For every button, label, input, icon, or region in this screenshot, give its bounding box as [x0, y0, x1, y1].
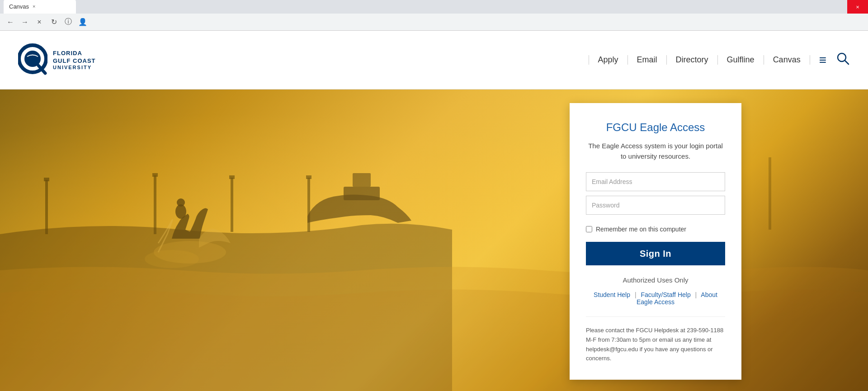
close-nav-button[interactable]: ×	[34, 17, 44, 27]
address-bar-row: ← → × ↻ ⓘ 👤	[0, 14, 868, 31]
svg-rect-5	[45, 180, 48, 234]
contact-text: Please contact the FGCU Helpdesk at 239-…	[586, 316, 725, 363]
nav-links: Apply Email Directory Gulfline Canvas	[589, 55, 810, 65]
forward-button[interactable]: →	[20, 17, 30, 27]
tab-close-button[interactable]: ×	[33, 4, 35, 9]
remember-checkbox[interactable]	[586, 226, 592, 232]
svg-rect-8	[152, 173, 158, 177]
info-button[interactable]: ⓘ	[63, 17, 73, 27]
help-links: Student Help | Faculty/Staff Help | Abou…	[586, 291, 725, 306]
search-icon[interactable]	[835, 51, 850, 69]
profile-button[interactable]: 👤	[78, 17, 88, 27]
nav-icons: ≡	[819, 51, 850, 69]
svg-rect-9	[231, 178, 233, 232]
page: FLORIDA GULF COAST UNIVERSITY Apply Emai…	[0, 31, 868, 391]
tab-title: Canvas	[9, 3, 29, 10]
svg-rect-7	[154, 175, 156, 234]
sign-in-button[interactable]: Sign In	[586, 242, 725, 265]
login-subtitle: The Eagle Access system is your login po…	[586, 141, 725, 161]
logo-text: FLORIDA GULF COAST UNIVERSITY	[53, 50, 96, 71]
hamburger-menu-icon[interactable]: ≡	[819, 53, 826, 67]
svg-rect-10	[229, 175, 235, 179]
nav-gulfline[interactable]: Gulfline	[718, 55, 764, 65]
svg-rect-11	[307, 178, 310, 232]
browser-tab[interactable]: Canvas ×	[4, 0, 76, 14]
back-button[interactable]: ←	[5, 17, 15, 27]
svg-rect-18	[344, 187, 380, 200]
login-title: FGCU Eagle Access	[586, 121, 725, 134]
hero-background: FGCU Eagle Access The Eagle Access syste…	[0, 90, 868, 391]
separator-1: |	[635, 291, 637, 298]
reload-button[interactable]: ↻	[49, 17, 59, 27]
logo-line2: GULF COAST	[53, 57, 96, 65]
nav-apply[interactable]: Apply	[589, 55, 628, 65]
svg-rect-19	[353, 173, 371, 187]
login-card: FGCU Eagle Access The Eagle Access syste…	[570, 103, 741, 380]
svg-rect-17	[769, 157, 771, 230]
svg-point-21	[177, 198, 185, 207]
nav-email[interactable]: Email	[628, 55, 667, 65]
window-close-button[interactable]: ×	[847, 0, 868, 14]
nav-directory[interactable]: Directory	[667, 55, 718, 65]
authorized-text: Authorized Uses Only	[586, 276, 725, 284]
svg-rect-12	[306, 175, 311, 179]
remember-row: Remember me on this computer	[586, 226, 725, 233]
svg-line-4	[845, 61, 849, 64]
logo[interactable]: FLORIDA GULF COAST UNIVERSITY	[18, 41, 96, 79]
remember-label: Remember me on this computer	[596, 226, 686, 233]
logo-line1: FLORIDA	[53, 50, 96, 57]
fgcu-logo-icon	[18, 41, 47, 79]
svg-rect-6	[44, 178, 49, 181]
email-input[interactable]	[586, 172, 725, 191]
svg-point-23	[145, 250, 199, 268]
separator-2: |	[695, 291, 697, 298]
faculty-help-link[interactable]: Faculty/Staff Help	[641, 291, 690, 298]
navbar: FLORIDA GULF COAST UNIVERSITY Apply Emai…	[0, 31, 868, 90]
student-help-link[interactable]: Student Help	[594, 291, 630, 298]
password-input[interactable]	[586, 196, 725, 215]
nav-canvas[interactable]: Canvas	[764, 55, 810, 65]
logo-line3: UNIVERSITY	[53, 65, 96, 70]
